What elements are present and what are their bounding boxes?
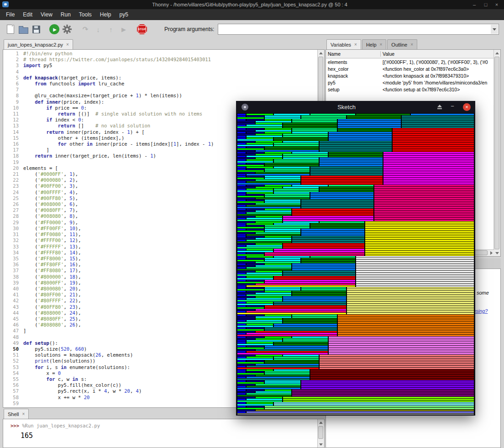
line-number: 54 (3, 370, 23, 376)
table-row[interactable]: elements [('#0000FF', 1), ('#000080', 2)… (326, 58, 494, 65)
step-into-button[interactable]: ↓ (92, 23, 104, 35)
sketch-titlebar[interactable]: Sketch − × (236, 101, 475, 113)
table-header: Name Value (326, 50, 494, 58)
step-out-icon: ↑ (109, 26, 113, 33)
thonny-window: Thonny - /home/villares/GitHub/python-pl… (0, 0, 504, 448)
line-number: 46 (3, 322, 23, 328)
scroll-down-icon[interactable] (494, 250, 500, 256)
step-over-button[interactable]: ↷ (79, 23, 91, 35)
scroll-up-icon[interactable] (494, 50, 500, 56)
menu-item-file[interactable]: File (2, 10, 19, 20)
shell-tab[interactable]: Shell × (4, 409, 29, 419)
var-value: <function knapsack at 0x7f8983479310> (381, 73, 494, 79)
scroll-up-icon[interactable] (318, 50, 324, 56)
step-over-icon: ↷ (83, 25, 89, 33)
line-number: 36 (3, 262, 23, 268)
variables-vscrollbar[interactable] (493, 50, 500, 256)
menu-item-view[interactable]: View (37, 10, 57, 20)
menu-item-help[interactable]: Help (96, 10, 116, 20)
new-file-button[interactable] (5, 23, 16, 35)
tab-close-icon[interactable]: × (380, 42, 383, 47)
scroll-right-icon[interactable] (488, 250, 494, 256)
close-button[interactable]: × (492, 0, 502, 9)
tab-outline-label: Outline (391, 42, 407, 47)
scroll-down-icon[interactable] (318, 441, 324, 448)
line-number: 8 (3, 93, 23, 99)
menu-item-py5[interactable]: py5 (116, 10, 132, 20)
sketch-title: Sketch (263, 104, 430, 111)
line-number: 57 (3, 388, 23, 394)
tab-help[interactable]: Help × (362, 39, 386, 49)
line-number: 52 (3, 358, 23, 364)
window-titlebar[interactable]: Thonny - /home/villares/GitHub/python-pl… (0, 0, 504, 9)
table-row[interactable]: hex_color <function hex_color at 0x7f897… (326, 65, 494, 72)
table-row[interactable]: py5 <module 'py5' from '/home/villares/m… (326, 79, 494, 86)
scrollbar-thumb[interactable] (494, 57, 499, 249)
new-file-icon (7, 25, 14, 34)
editor-tab[interactable]: juan_lopes_knapsac2.py × (4, 39, 73, 49)
program-arguments-input[interactable] (218, 24, 490, 34)
shell[interactable]: >>> %Run juan_lopes_knapsac2.py 165 (3, 419, 325, 448)
open-file-button[interactable] (17, 23, 29, 35)
line-number: 58 (3, 395, 23, 401)
run-button[interactable]: ▶ (48, 23, 60, 35)
code-line: 3import py5 (3, 63, 318, 69)
menubar: File Edit View Run Tools Help py5 (0, 9, 504, 20)
line-number: 49 (3, 340, 23, 346)
dropdown-arrow-icon[interactable] (491, 25, 498, 34)
debug-button[interactable] (61, 23, 73, 35)
var-value: <function hex_color at 0x7f897ec6c3a0> (381, 66, 494, 72)
line-number: 43 (3, 304, 23, 310)
shell-tab-label: Shell (8, 411, 19, 417)
tab-variables[interactable]: Variables × (326, 39, 361, 49)
code-line: 7 (3, 87, 318, 93)
line-number: 16 (3, 141, 23, 147)
sketch-window: Sketch − × (236, 101, 475, 416)
menu-item-edit[interactable]: Edit (19, 10, 37, 20)
table-row[interactable]: setup <function setup at 0x7f897ec6c310> (326, 86, 494, 93)
shell-output: 165 (21, 432, 318, 440)
maximize-button[interactable]: □ (481, 0, 491, 9)
line-number: 27 (3, 207, 23, 213)
line-number: 50 (3, 346, 23, 352)
line-number: 31 (3, 232, 23, 237)
line-number: 21 (3, 171, 23, 177)
line-number: 13 (3, 123, 23, 129)
tab-close-icon[interactable]: × (354, 42, 357, 47)
minimize-button[interactable]: – (469, 0, 479, 9)
tab-close-icon[interactable]: × (66, 42, 69, 47)
tab-close-icon[interactable]: × (22, 412, 25, 416)
column-header-name[interactable]: Name (326, 51, 381, 57)
line-number: 40 (3, 286, 23, 292)
line-number: 30 (3, 226, 23, 232)
table-row[interactable]: knapsack <function knapsack at 0x7f89834… (326, 72, 494, 79)
line-number: 15 (3, 135, 23, 141)
line-number: 59 (3, 401, 23, 406)
program-arguments-combobox (218, 24, 499, 35)
line-number: 29 (3, 220, 23, 226)
line-number: 33 (3, 244, 23, 250)
column-header-value[interactable]: Value (381, 51, 494, 57)
eject-icon[interactable] (437, 105, 442, 110)
program-arguments-label: Program arguments: (164, 26, 214, 32)
save-button[interactable] (30, 23, 42, 35)
stop-sign-icon: STOP (137, 24, 147, 34)
line-number: 11 (3, 111, 23, 117)
tab-outline[interactable]: Outline × (387, 39, 417, 49)
scrollbar-thumb[interactable] (318, 426, 323, 439)
menu-item-run[interactable]: Run (57, 10, 75, 20)
line-number: 2 (3, 57, 23, 63)
step-out-button[interactable]: ↑ (105, 23, 117, 35)
shell-scrollbar[interactable] (317, 419, 324, 448)
stop-button[interactable]: STOP (136, 23, 148, 35)
tab-close-icon[interactable]: × (410, 42, 413, 47)
resume-button[interactable]: ▶ (118, 23, 130, 35)
scroll-up-icon[interactable] (318, 419, 324, 426)
line-number: 6 (3, 81, 23, 87)
line-number: 28 (3, 213, 23, 219)
line-number: 32 (3, 237, 23, 243)
sketch-minimize-button[interactable]: − (449, 103, 456, 110)
menu-item-tools[interactable]: Tools (75, 10, 96, 20)
sketch-close-button[interactable]: × (463, 103, 471, 111)
line-number: 18 (3, 153, 23, 159)
